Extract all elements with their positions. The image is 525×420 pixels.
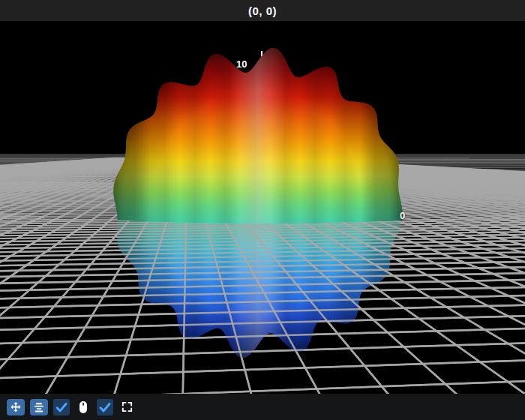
rotate-checkbox[interactable] — [53, 399, 70, 416]
mouse-icon — [76, 400, 91, 415]
checkmark-icon — [98, 400, 112, 414]
fullscreen-icon — [121, 400, 134, 413]
coordinates-label: (0, 0) — [248, 4, 277, 17]
title-bar: (0, 0) — [0, 0, 525, 21]
mouse-indicator — [75, 399, 92, 416]
bottom-toolbar — [0, 394, 525, 420]
x-axis-label: 0 — [400, 210, 405, 221]
checkmark-icon — [55, 400, 68, 414]
align-center-icon — [33, 401, 45, 413]
fullscreen-button[interactable] — [118, 399, 135, 416]
center-button[interactable] — [30, 399, 48, 416]
move-icon — [10, 401, 22, 413]
zoom-checkbox[interactable] — [97, 399, 113, 416]
pan-button[interactable] — [7, 399, 25, 416]
plot-3d-canvas[interactable]: 10 -10 0 — [0, 21, 525, 394]
